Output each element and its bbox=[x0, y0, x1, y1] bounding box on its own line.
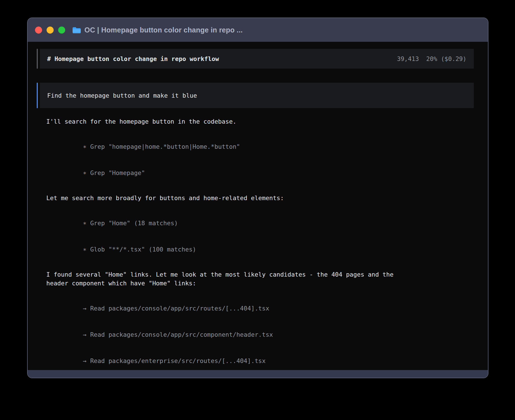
minimize-button[interactable] bbox=[47, 27, 54, 34]
user-message: Find the homepage button and make it blu… bbox=[37, 83, 474, 108]
tool-call-text: Grep "homepage|home.*button|Home.*button… bbox=[90, 143, 240, 150]
tool-call-glob: ∗Glob "**/*.tsx" (100 matches) bbox=[46, 236, 474, 262]
session-header-border bbox=[37, 49, 38, 69]
token-count: 39,413 bbox=[397, 54, 419, 63]
transcript: I'll search for the homepage button in t… bbox=[37, 117, 474, 370]
context-usage: 20% ($0.29) bbox=[426, 54, 466, 63]
window-title: OC | Homepage button color change in rep… bbox=[84, 26, 243, 34]
read-file-path: Read packages/enterprise/src/routes/[...… bbox=[90, 357, 265, 364]
tool-call-grep: ∗Grep "homepage|home.*button|Home.*butto… bbox=[46, 134, 474, 160]
read-file-path: Read packages/console/app/src/routes/[..… bbox=[90, 305, 269, 312]
tool-call-read: →Read packages/console/app/src/component… bbox=[46, 321, 474, 348]
user-message-text: Find the homepage button and make it blu… bbox=[47, 91, 197, 100]
terminal-window: OC | Homepage button color change in rep… bbox=[27, 18, 488, 378]
terminal-content: # Homepage button color change in repo w… bbox=[28, 42, 488, 370]
tool-call-grep: ∗Grep "Home" (18 matches) bbox=[46, 210, 474, 236]
tool-call-text: Glob "**/*.tsx" (100 matches) bbox=[90, 246, 196, 253]
assistant-message: header component which have "Home" links… bbox=[46, 279, 474, 288]
user-message-border bbox=[37, 83, 38, 108]
tool-bullet-icon: ∗ bbox=[83, 246, 86, 253]
folder-icon bbox=[72, 27, 81, 34]
arrow-right-icon: → bbox=[83, 357, 86, 364]
tool-call-text: Grep "Home" (18 matches) bbox=[90, 220, 178, 227]
tool-call-text: Grep "Homepage" bbox=[90, 169, 145, 176]
window-bottom-chrome bbox=[28, 370, 488, 378]
assistant-message: I found several "Home" links. Let me loo… bbox=[46, 270, 474, 279]
tool-call-read: →Read packages/console/app/src/routes/[.… bbox=[46, 295, 474, 321]
assistant-message: I'll search for the homepage button in t… bbox=[46, 117, 474, 126]
session-title: # Homepage button color change in repo w… bbox=[47, 54, 219, 63]
titlebar: OC | Homepage button color change in rep… bbox=[28, 18, 488, 42]
tool-bullet-icon: ∗ bbox=[83, 169, 86, 176]
tool-bullet-icon: ∗ bbox=[83, 143, 86, 150]
close-button[interactable] bbox=[35, 27, 42, 34]
tool-call-grep: ∗Grep "Homepage" bbox=[46, 160, 474, 186]
assistant-message: Let me search more broadly for buttons a… bbox=[46, 194, 474, 202]
traffic-lights bbox=[35, 27, 65, 34]
read-file-path: Read packages/console/app/src/component/… bbox=[90, 331, 273, 338]
session-header: # Homepage button color change in repo w… bbox=[37, 49, 474, 69]
arrow-right-icon: → bbox=[83, 331, 86, 338]
tool-bullet-icon: ∗ bbox=[83, 220, 86, 227]
zoom-button[interactable] bbox=[58, 27, 65, 34]
arrow-right-icon: → bbox=[83, 305, 86, 312]
tool-call-read: →Read packages/enterprise/src/routes/[..… bbox=[46, 348, 474, 370]
